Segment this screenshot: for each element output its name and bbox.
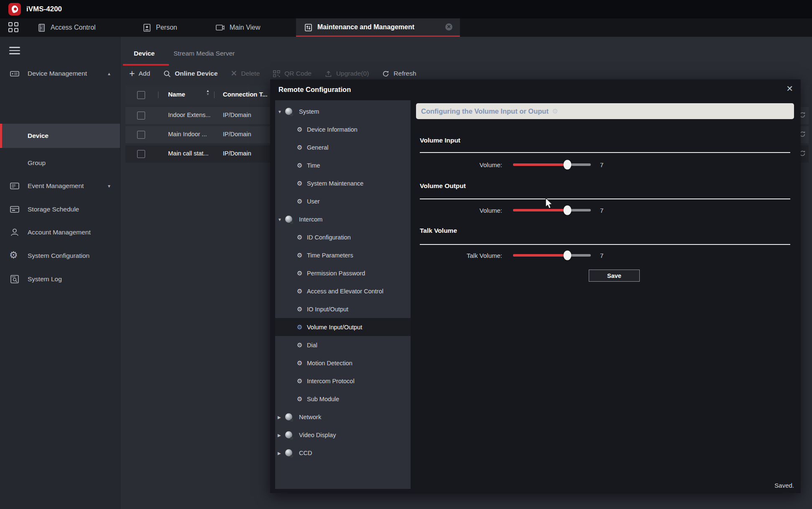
close-tab-icon[interactable]: ✕	[445, 23, 452, 31]
category-icon	[285, 108, 292, 115]
tree-item-system[interactable]: ▼ System	[275, 102, 411, 120]
caret-down-icon[interactable]: ▼	[278, 109, 282, 114]
tree-label: Time	[307, 162, 320, 169]
slider-thumb[interactable]	[564, 206, 572, 215]
column-divider	[214, 92, 214, 98]
active-subtab-underline	[123, 64, 169, 66]
tree-item-intercom[interactable]: ▼ Intercom	[275, 210, 411, 228]
tab-maintenance-management[interactable]: Maintenance and Management ✕	[296, 18, 460, 37]
sidebar-item-storage-schedule[interactable]: Storage Schedule	[0, 197, 120, 221]
row-checkbox[interactable]	[137, 150, 145, 158]
tree-label: Motion Detection	[307, 360, 352, 366]
sidebar-item-label: Account Management	[28, 229, 91, 236]
tree-label: Video Display	[299, 432, 336, 438]
slider-thumb[interactable]	[564, 160, 572, 170]
tab-person[interactable]: Person	[142, 18, 177, 37]
save-button[interactable]: Save	[589, 270, 640, 282]
sidebar-item-group[interactable]: Group	[0, 151, 120, 175]
volume-input-row: Volume: 7	[420, 159, 603, 170]
sidebar-item-account-management[interactable]: Account Management	[0, 220, 120, 244]
tree-item-io-input-output[interactable]: ⚙ IO Input/Output	[275, 300, 411, 318]
gear-icon: ⚙	[297, 198, 302, 205]
apps-menu-icon[interactable]	[8, 22, 19, 33]
collapse-menu-icon[interactable]	[9, 47, 20, 54]
gear-icon: ⚙	[297, 144, 302, 151]
tree-item-video-display[interactable]: ▶ Video Display	[275, 426, 411, 444]
remote-configuration-dialog: Remote Configuration ✕ ▼ System ⚙ Device…	[270, 79, 801, 493]
tab-access-control[interactable]: Access Control	[37, 18, 96, 37]
tree-item-time[interactable]: ⚙ Time	[275, 156, 411, 174]
tree-label: User	[307, 198, 320, 205]
close-dialog-icon[interactable]: ✕	[786, 84, 793, 94]
dialog-title: Remote Configuration	[278, 86, 351, 94]
tree-item-general[interactable]: ⚙ General	[275, 138, 411, 156]
select-all-checkbox[interactable]	[137, 91, 145, 99]
grid-square	[14, 22, 18, 26]
subtab-device[interactable]: Device	[134, 50, 155, 57]
tree-item-ccd[interactable]: ▶ CCD	[275, 444, 411, 462]
refresh-button[interactable]: Refresh	[382, 70, 416, 78]
gear-icon: ⚙	[9, 249, 18, 261]
tree-item-motion-detection[interactable]: ⚙ Motion Detection	[275, 354, 411, 372]
banner-text: Configuring the Volume Input or Ouput	[421, 107, 549, 115]
sidebar-item-system-log[interactable]: System Log	[0, 267, 120, 291]
sidebar-item-device[interactable]: Device	[0, 124, 120, 148]
column-name[interactable]: Name	[168, 91, 185, 98]
talk-volume-slider[interactable]	[513, 254, 591, 257]
caret-down-icon[interactable]: ▼	[278, 217, 282, 221]
upgrade-button[interactable]: Upgrade(0)	[324, 70, 369, 78]
refresh-icon	[382, 70, 390, 78]
caret-right-icon[interactable]: ▶	[278, 415, 281, 419]
volume-output-row: Volume: 7	[420, 205, 603, 216]
tab-label: Main View	[230, 24, 260, 31]
tree-item-system-maintenance[interactable]: ⚙ System Maintenance	[275, 174, 411, 192]
sidebar-item-system-configuration[interactable]: ⚙ System Configuration	[0, 244, 120, 268]
tree-item-id-configuration[interactable]: ⚙ ID Configuration	[275, 228, 411, 246]
sidebar-item-device-management[interactable]: Device Management ▲	[0, 61, 120, 86]
caret-right-icon[interactable]: ▶	[278, 433, 281, 437]
add-button[interactable]: + Add	[129, 69, 150, 78]
tab-main-view[interactable]: Main View	[215, 18, 260, 37]
sidebar-item-label: Group	[28, 159, 46, 167]
person-badge-icon	[142, 23, 151, 32]
section-heading-volume-output: Volume Output	[420, 182, 466, 190]
tree-label: Dial	[307, 342, 317, 349]
slider-fill	[513, 209, 567, 211]
slider-value: 7	[600, 161, 603, 168]
tree-item-device-information[interactable]: ⚙ Device Information	[275, 120, 411, 138]
tree-item-access-and-elevator-control[interactable]: ⚙ Access and Elevator Control	[275, 282, 411, 300]
subtab-stream-media-server[interactable]: Stream Media Server	[174, 50, 235, 57]
gear-icon: ⚙	[297, 162, 302, 169]
caret-right-icon[interactable]: ▶	[278, 450, 281, 455]
gear-icon: ⚙	[297, 126, 302, 133]
qr-code-icon	[273, 70, 281, 78]
qr-code-button[interactable]: QR Code	[273, 70, 312, 78]
sidebar-item-event-management[interactable]: Event Management ▼	[0, 174, 120, 198]
delete-button[interactable]: ✕ Delete	[231, 70, 260, 77]
tree-label: ID Configuration	[307, 234, 351, 241]
column-divider	[158, 92, 158, 98]
volume-input-slider[interactable]	[513, 163, 591, 166]
tree-item-network[interactable]: ▶ Network	[275, 408, 411, 426]
slider-value: 7	[600, 207, 603, 214]
column-connection[interactable]: Connection T...	[223, 91, 268, 98]
tree-item-intercom-protocol[interactable]: ⚙ Intercom Protocol	[275, 372, 411, 390]
sort-icons[interactable]: ▲▼	[206, 89, 209, 96]
tree-item-volume-input-output[interactable]: ⚙ Volume Input/Output	[275, 318, 411, 336]
category-icon	[285, 431, 292, 438]
device-toolbar: + Add Online Device ✕ Delete QR Code	[129, 66, 429, 81]
tree-item-time-parameters[interactable]: ⚙ Time Parameters	[275, 246, 411, 264]
slider-thumb[interactable]	[564, 251, 572, 260]
online-device-button[interactable]: Online Device	[163, 70, 218, 78]
tree-item-user[interactable]: ⚙ User	[275, 192, 411, 210]
chevron-down-icon: ▼	[107, 184, 111, 188]
tree-item-permission-password[interactable]: ⚙ Permission Password	[275, 264, 411, 282]
gear-icon: ⚙	[297, 341, 302, 349]
tree-item-sub-module[interactable]: ⚙ Sub Module	[275, 390, 411, 408]
tree-label: Sub Module	[307, 396, 339, 402]
gear-icon: ⚙	[297, 305, 302, 313]
maintenance-icon	[304, 23, 313, 32]
tree-item-dial[interactable]: ⚙ Dial	[275, 336, 411, 354]
row-checkbox[interactable]	[137, 131, 145, 139]
row-checkbox[interactable]	[137, 112, 145, 120]
